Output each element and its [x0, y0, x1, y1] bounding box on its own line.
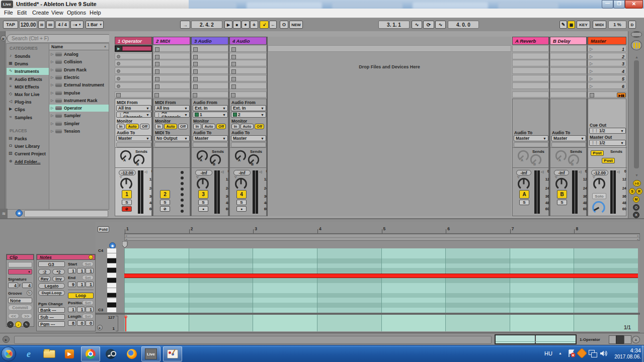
piano-key[interactable]: [107, 288, 116, 293]
browser-collapse-icon[interactable]: ▶: [1, 35, 7, 41]
arm-button[interactable]: ⊘: [122, 206, 132, 212]
return-slot[interactable]: [550, 75, 587, 81]
mixer-view-toggle-icon[interactable]: [631, 40, 642, 50]
piano-key[interactable]: [107, 298, 116, 303]
cue-b-post-button[interactable]: Post: [602, 158, 615, 163]
sidebar-item-drums[interactable]: ▦Drums: [7, 60, 49, 67]
loop-switch[interactable]: ⟳: [423, 21, 434, 29]
return-slot[interactable]: [512, 82, 549, 89]
cue-out-chooser[interactable]: ⋮⋮1/2▼: [589, 128, 626, 134]
clip-stop-button[interactable]: [193, 47, 198, 52]
sidebar-item-current-project[interactable]: ▧Current Project: [7, 150, 49, 157]
reverse-button[interactable]: Rev: [38, 276, 51, 282]
sidebar-item-audio-effects[interactable]: ≋Audio Effects: [7, 76, 49, 83]
stop-button[interactable]: ■: [233, 21, 241, 29]
browser-item-sampler[interactable]: ▷Sampler: [49, 112, 109, 119]
record-button[interactable]: ●: [242, 21, 250, 29]
clip-stop-button[interactable]: [193, 55, 198, 59]
draw-mode-button[interactable]: O: [280, 21, 288, 29]
clip-slot[interactable]: [229, 67, 267, 74]
avast-icon[interactable]: [578, 349, 587, 358]
end-value[interactable]: 1: [77, 282, 85, 287]
start-value[interactable]: 1: [77, 268, 85, 274]
menu-item-view[interactable]: View: [51, 10, 63, 16]
pgm-chooser[interactable]: Pgm ---: [38, 321, 65, 327]
device-chain-mini[interactable]: [624, 335, 631, 344]
pan-knob[interactable]: [234, 177, 248, 191]
browser-item-tension[interactable]: ▷Tension: [49, 128, 109, 135]
track-activator-button[interactable]: 4: [236, 190, 247, 199]
stop-all-clips-button[interactable]: [154, 93, 159, 98]
new-button[interactable]: NEW: [289, 21, 303, 29]
clip-slot[interactable]: [153, 67, 190, 74]
piano-key[interactable]: [107, 258, 116, 263]
track-activator-button[interactable]: 1: [122, 190, 132, 199]
loop-start-marker[interactable]: ≻: [125, 238, 130, 241]
clip-slot[interactable]: [115, 53, 152, 59]
notes-tab[interactable]: ♪: [15, 321, 22, 328]
position-value[interactable]: 1: [68, 307, 76, 312]
input-type-chooser[interactable]: Ext. In▼: [231, 105, 266, 111]
envelopes-tab[interactable]: ✎: [23, 321, 30, 328]
play-button[interactable]: ▶: [224, 21, 232, 29]
pan-knob[interactable]: [119, 177, 133, 191]
end-value[interactable]: 1: [86, 282, 94, 287]
scene-slot[interactable]: ▷1: [588, 45, 626, 52]
tray-clock-time[interactable]: 4:34: [615, 347, 641, 353]
monitor-auto-button[interactable]: Auto: [126, 124, 139, 129]
track-activator-button[interactable]: 3: [198, 190, 208, 199]
stop-all-clips-button[interactable]: [231, 93, 235, 98]
track-header-1-operator[interactable]: 1 Operator: [115, 37, 152, 45]
start-value[interactable]: 1: [86, 268, 94, 274]
drop-area[interactable]: [268, 37, 511, 216]
track-activator-button[interactable]: 2: [160, 190, 170, 199]
taskbar-ie[interactable]: e: [19, 346, 38, 361]
draw-pencil-button[interactable]: ✎: [559, 21, 567, 29]
network-icon[interactable]: [589, 350, 597, 357]
taskbar-explorer[interactable]: [40, 346, 59, 361]
crossfader-show-button[interactable]: ✕: [633, 212, 639, 218]
scene-slot[interactable]: ▷5: [588, 75, 626, 81]
start-button[interactable]: [1, 346, 16, 361]
back-to-arrangement-button[interactable]: ←: [269, 21, 277, 29]
clip-stop-button[interactable]: [117, 55, 120, 58]
groove-chooser[interactable]: None: [8, 298, 32, 303]
track-header-3-audio[interactable]: 3 Audio: [191, 37, 228, 45]
clip-stop-button[interactable]: [193, 62, 198, 66]
menu-item-edit[interactable]: Edit: [17, 10, 27, 16]
taskbar-chrome[interactable]: [81, 346, 100, 361]
monitor-in-button[interactable]: In: [231, 124, 239, 129]
expand-triangle-icon[interactable]: ▷: [51, 129, 54, 133]
return-activator-button[interactable]: A: [519, 190, 529, 199]
bank-chooser[interactable]: Bank ---: [38, 307, 65, 313]
io-show-button[interactable]: I-O: [633, 180, 641, 187]
arm-button[interactable]: ●: [198, 206, 208, 212]
mixer-show-button[interactable]: M: [633, 196, 639, 203]
monitor-off-button[interactable]: Off: [216, 124, 226, 129]
clip-stop-button[interactable]: [155, 84, 159, 89]
follow-button[interactable]: →: [180, 21, 190, 29]
length-value[interactable]: 8: [68, 320, 76, 326]
groove-pool-icon[interactable]: ↻: [27, 290, 32, 296]
expand-triangle-icon[interactable]: ▷: [51, 99, 54, 103]
input-channel-chooser[interactable]: 2▼: [231, 112, 266, 118]
return-slot[interactable]: [550, 45, 587, 52]
piano-key[interactable]: [107, 253, 116, 258]
clip-slot[interactable]: [191, 75, 228, 81]
clip-slot[interactable]: [115, 75, 152, 81]
loop-start-display[interactable]: 3. 1. 1: [378, 21, 410, 29]
clip-name-field[interactable]: [8, 262, 32, 267]
clip-stop-button[interactable]: [231, 55, 236, 59]
return-slot[interactable]: [550, 53, 587, 59]
tempo-display[interactable]: 120.00: [19, 21, 37, 29]
duplicate-loop-button[interactable]: Dupl.Loop: [38, 290, 65, 296]
piano-key[interactable]: [107, 303, 116, 308]
clip-stop-button[interactable]: [155, 62, 159, 66]
piano-key[interactable]: [107, 248, 116, 253]
legato-button[interactable]: Legato: [38, 283, 65, 289]
scroll-up-icon[interactable]: ▲: [635, 55, 639, 59]
envelope-clock-tab[interactable]: ◔: [7, 321, 14, 328]
tap-button[interactable]: TAP: [3, 21, 18, 29]
overload-indicator[interactable]: D: [628, 21, 636, 29]
key-map-button[interactable]: KEY: [577, 21, 590, 29]
